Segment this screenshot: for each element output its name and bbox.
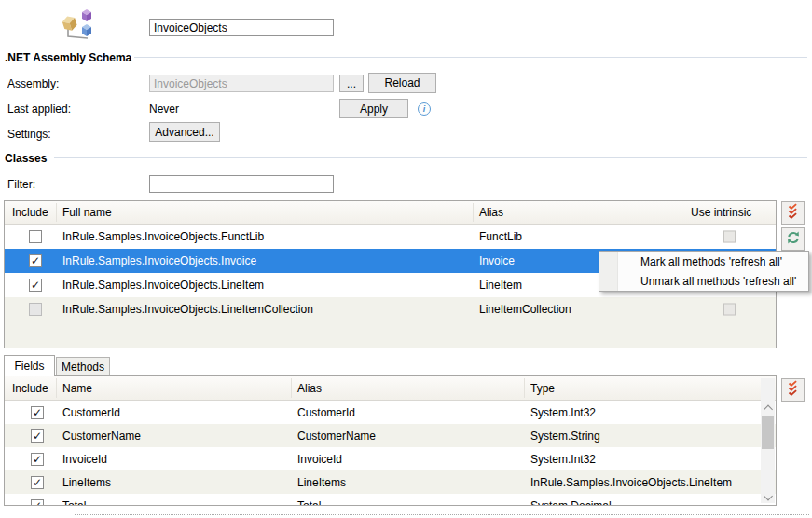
table-row[interactable]: ✓ CustomerName CustomerName System.Strin… [5,424,776,447]
column-divider [524,378,525,398]
column-divider [473,203,474,222]
include-checkbox[interactable]: ✓ [31,453,44,466]
use-intrinsic-checkbox [723,231,736,243]
use-intrinsic-checkbox [723,304,736,316]
apply-button[interactable]: Apply [339,99,408,118]
include-checkbox[interactable]: ✓ [31,499,44,507]
assembly-schema-panel: .NET Assembly Schema Assembly: ... Reloa… [0,0,812,518]
schema-name-input[interactable] [149,19,334,36]
classes-section-title: Classes [5,152,47,165]
menu-item-unmark-all[interactable]: Unmark all methods 'refresh all' [599,272,808,292]
assembly-cubes-icon [60,6,101,45]
table-row[interactable]: ✓ InvoiceId InvoiceId System.Int32 [5,447,776,470]
fields-table: Include Name Alias Type ✓ CustomerId Cus… [4,375,777,506]
field-name: CustomerName [62,429,141,443]
field-name: InvoiceId [62,453,107,466]
settings-label: Settings: [7,128,51,141]
filter-input[interactable] [149,175,334,193]
class-full-name: InRule.Samples.InvoiceObjects.LineItem [62,279,264,292]
field-alias: CustomerId [297,406,355,419]
field-type: System.Int32 [530,406,596,419]
section-divider [54,157,807,158]
assembly-path-input [149,75,334,92]
table-row[interactable]: InRule.Samples.InvoiceObjects.FunctLib F… [5,225,776,249]
last-applied-label: Last applied: [7,102,71,116]
context-menu: Mark all methods 'refresh all' Unmark al… [599,251,809,292]
col-header-alias[interactable]: Alias [479,206,503,219]
class-alias: LineItemCollection [479,303,571,316]
column-divider [56,378,57,398]
scrollbar-thumb[interactable] [762,416,774,449]
field-alias: InvoiceId [297,453,342,466]
filter-label: Filter: [7,178,35,191]
table-row[interactable]: ✓ Total Total System.Decimal [5,494,776,506]
field-type: System.Int32 [530,453,596,466]
vertical-scrollbar[interactable] [761,378,775,503]
field-type: System.String [530,429,600,443]
red-check-all-icon [786,380,801,400]
assembly-label: Assembly: [7,77,59,90]
table-empty-area [5,321,776,348]
green-refresh-icon [786,230,801,248]
col-header-full-name[interactable]: Full name [62,206,112,219]
col-header-name[interactable]: Name [62,382,92,395]
field-name: CustomerId [62,406,120,419]
field-type: InRule.Samples.InvoiceObjects.LineItem [530,476,732,489]
field-alias: Total [297,499,321,507]
focus-dotted-line [75,514,809,515]
info-icon[interactable]: i [418,102,431,116]
advanced-button[interactable]: Advanced... [149,122,220,142]
red-check-all-icon [786,203,801,223]
col-header-use-intrinsic[interactable]: Use intrinsic [691,206,751,219]
browse-button[interactable]: ... [339,75,364,92]
field-alias: LineItems [297,476,346,489]
fields-table-header: Include Name Alias Type [5,376,776,401]
include-checkbox[interactable]: ✓ [31,406,44,419]
field-alias: CustomerName [297,429,376,443]
class-alias: LineItem [479,279,522,292]
include-checkbox[interactable]: ✓ [31,476,44,489]
scroll-up-icon[interactable] [764,405,773,415]
table-row[interactable]: InRule.Samples.InvoiceObjects.LineItemCo… [5,297,776,321]
column-divider [56,203,57,222]
table-row[interactable]: ✓ LineItems LineItems InRule.Samples.Inv… [5,470,776,494]
field-name: Total [62,499,86,507]
field-type: System.Decimal [530,499,612,507]
menu-item-mark-all[interactable]: Mark all methods 'refresh all' [599,252,808,272]
mark-all-fields-button[interactable] [781,378,805,402]
col-header-type[interactable]: Type [530,382,555,395]
column-divider [291,378,292,398]
class-alias: FunctLib [479,230,522,243]
class-full-name: InRule.Samples.InvoiceObjects.Invoice [62,254,256,267]
col-header-alias[interactable]: Alias [297,382,322,395]
field-name: LineItems [62,476,111,489]
include-checkbox-disabled [29,303,42,316]
reload-button[interactable]: Reload [368,73,436,93]
scroll-down-icon[interactable] [764,492,773,501]
class-full-name: InRule.Samples.InvoiceObjects.FunctLib [62,230,264,243]
tab-fields[interactable]: Fields [4,355,55,376]
assembly-section-title: .NET Assembly Schema [5,51,131,64]
section-divider [134,57,807,58]
class-full-name: InRule.Samples.InvoiceObjects.LineItemCo… [62,303,313,316]
col-header-include[interactable]: Include [12,206,48,219]
class-alias: Invoice [479,254,515,267]
refresh-button[interactable] [781,227,805,251]
col-header-include[interactable]: Include [12,382,48,395]
include-checkbox[interactable] [29,230,42,243]
table-row[interactable]: ✓ CustomerId CustomerId System.Int32 [5,401,776,424]
include-checkbox[interactable]: ✓ [29,279,42,292]
include-checkbox[interactable]: ✓ [31,429,44,443]
classes-table-header: Include Full name Alias Use intrinsic [5,201,776,225]
tab-methods[interactable]: Methods [56,357,110,376]
mark-all-button[interactable] [781,201,805,225]
last-applied-value: Never [149,102,179,116]
include-checkbox[interactable]: ✓ [29,254,42,267]
